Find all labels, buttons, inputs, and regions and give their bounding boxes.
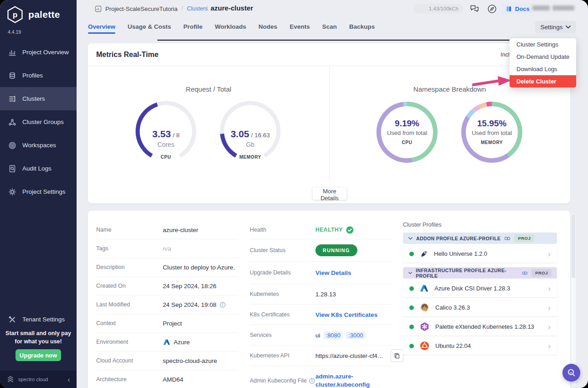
last-modified-row: Last Modified 24 Sep 2024, 19:08 [96,295,238,314]
breadcrumb-clusters-link[interactable]: Clusters [187,5,208,12]
profile-layer-pxk[interactable]: Palette eXtended Kubernetes 1.28.13 › [403,318,557,336]
upgrade-promo: Start small and only pay for what you us… [0,329,77,361]
svg-text:p: p [13,10,18,19]
tab-workloads[interactable]: Workloads [215,23,246,32]
breadcrumb-cluster-name: azure-cluster [211,4,253,12]
tab-overview[interactable]: Overview [88,23,115,32]
tools-icon [8,316,16,324]
profile-layer-azure-disk-csi[interactable]: Azure Disk CSI Driver 1.28.3 › [403,279,557,297]
tab-nodes[interactable]: Nodes [258,23,277,32]
sidebar-item-label: Profiles [22,72,43,79]
copy-button[interactable] [391,349,403,362]
help-compass-button[interactable] [487,4,497,14]
docs-label: Docs [515,5,530,12]
tab-backups[interactable]: Backups [349,23,375,32]
status-dot [409,305,414,310]
support-search-fab[interactable] [562,364,580,382]
rings-icon [8,141,16,150]
health-row: Health HEALTHY [250,221,393,239]
status-dot [409,344,414,348]
view-k8s-certificates-link[interactable]: View K8s Certificates [315,311,377,318]
ubuntu-icon [419,341,430,351]
scrollbar-thumb[interactable] [572,214,575,278]
usage-quota-pill[interactable]: 1.43/100kCh [414,4,463,14]
service-port-link[interactable]: :3000 [346,331,366,339]
sidebar-item-profiles[interactable]: Profiles [0,64,77,87]
chevron-down-icon [566,26,571,29]
cluster-status-row: Cluster Status RUNNING [250,239,393,262]
sidebar-item-audit-logs[interactable]: Audit Logs [0,157,77,180]
profile-group-header-infrastructure[interactable]: INFRASTRUCTURE PROFILE AZURE-PROFILE PRO… [403,267,557,279]
status-dot [409,286,414,291]
menu-item-on-demand-update[interactable]: On-Demand Update [510,51,576,63]
project-chart-icon [95,5,102,12]
kubernetes-api-url: https://azure-cluster-cf42... [315,352,384,359]
menu-item-delete-cluster[interactable]: Delete Cluster [510,75,576,88]
info-icon[interactable] [220,302,226,308]
sidebar-item-cluster-groups[interactable]: Cluster Groups [0,110,77,134]
running-status-badge[interactable]: RUNNING [315,244,357,256]
collapse-sidebar-chevron[interactable]: ‹ [67,376,70,383]
profile-group-header-addon[interactable]: ADDON PROFILE AZURE-PROFILE PROJ [403,233,557,244]
sidebar-item-label: Audit Logs [22,165,52,172]
service-port-link[interactable]: :8080 [324,331,343,339]
tab-usage-costs[interactable]: Usage & Costs [128,23,171,32]
breadcrumb-separator: / [206,5,207,11]
bar-chart-icon [8,48,16,57]
layers-icon [8,72,16,80]
profile-layer-calico[interactable]: Calico 3.26.3 › [403,299,557,316]
sidebar-item-project-settings[interactable]: Project Settings [0,180,77,203]
cpu-request-gauge: 3.53/ 8 Cores CPU [134,99,198,163]
calico-icon [419,302,430,313]
cpu-donut-labels: 9.19% Used from total CPU [375,119,439,145]
metrics-vertical-divider [329,66,330,182]
chat-feedback-button[interactable] [469,4,480,14]
menu-item-download-logs[interactable]: Download Logs [510,63,576,75]
copy-icon [394,352,400,359]
tab-scan[interactable]: Scan [322,23,337,32]
profile-layer-ubuntu[interactable]: Ubuntu 22.04 › [403,337,557,355]
sidebar-item-label: Workspaces [22,142,56,149]
name-row: Name azure-cluster [96,221,238,239]
sidebar-item-tenant-settings[interactable]: Tenant Settings [0,308,77,331]
app-version: 4.4.19 [8,29,21,35]
context-row: Context Project [96,314,238,333]
chevron-down-icon [408,237,413,240]
info-icon[interactable] [309,378,315,384]
link-icon[interactable] [504,236,511,241]
rocket-icon [419,249,428,259]
palette-logo[interactable]: p palette [6,5,60,24]
status-dot [409,252,414,256]
tab-profile[interactable]: Profile [183,23,202,32]
divider-artifact [157,40,510,41]
kubeconfig-download-link[interactable]: admin.azure-cluster.kubeconfig [315,372,384,388]
settings-button[interactable]: Settings [535,21,576,33]
sidebar-item-project-overview[interactable]: Project Overview [0,41,77,64]
environment-row: Environment Azure [96,333,238,352]
docs-button[interactable]: Docs [501,3,534,14]
cluster-profiles-title: Cluster Profiles [403,222,557,228]
cluster-profiles-panel: Cluster Profiles ADDON PROFILE AZURE-PRO… [403,222,557,356]
tab-events[interactable]: Events [289,23,309,32]
menu-item-cluster-settings[interactable]: Cluster Settings [510,38,576,51]
breadcrumb-project-pill[interactable]: Project-ScaleSecureTutoria [89,3,183,15]
link-icon[interactable] [522,271,528,275]
k8s-certificates-row: K8s Certificates View K8s Certificates [250,305,393,325]
sidebar-item-clusters[interactable]: Clusters [0,87,77,110]
azure-icon [419,284,429,293]
health-status-text: HEALTHY [315,227,343,233]
tags-row: Tags n/a [96,239,238,258]
view-details-link[interactable]: View Details [315,269,351,276]
profile-layer-hello-universe[interactable]: Hello Universe 1.2.0 › [403,245,557,263]
more-details-button[interactable]: More Details [313,187,346,200]
doc-search-icon [8,165,16,173]
settings-dropdown-menu: Cluster Settings On-Demand Update Downlo… [510,38,576,88]
scrollbar[interactable] [571,213,576,387]
upgrade-now-button[interactable]: Upgrade now [15,349,61,361]
cluster-tabs: Overview Usage & Costs Profile Workloads… [88,21,375,34]
sidebar-item-label: Clusters [22,95,45,102]
created-on-row: Created On 24 Sep 2024, 18:26 [96,277,238,295]
nodes-icon [8,118,16,126]
sidebar-item-workspaces[interactable]: Workspaces [0,134,77,157]
sidebar-item-label: Project Overview [22,49,69,56]
